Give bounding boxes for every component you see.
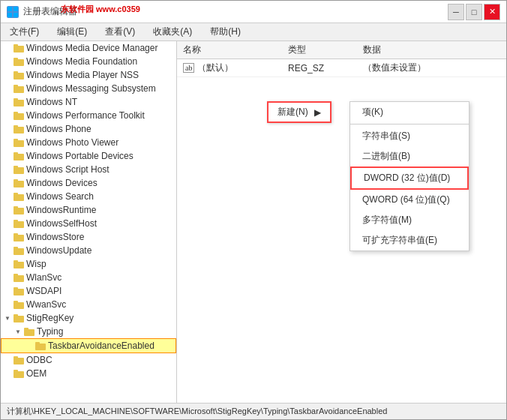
tree-item-label: Windows Search bbox=[26, 191, 94, 202]
svg-rect-3 bbox=[14, 13, 18, 17]
tree-item-label: Windows Performance Toolkit bbox=[26, 110, 145, 121]
tree-arrow-icon bbox=[4, 152, 11, 160]
svg-rect-23 bbox=[14, 166, 18, 168]
tree-item[interactable]: Wisp bbox=[1, 257, 176, 271]
tree-arrow-icon bbox=[4, 260, 11, 268]
submenu-item-string[interactable]: 字符串值(S) bbox=[350, 126, 469, 146]
tree-item[interactable]: Windows Phone bbox=[1, 122, 176, 136]
tree-arrow-icon bbox=[4, 287, 11, 295]
table-row[interactable]: ab （默认） REG_SZ （数值未设置） bbox=[177, 59, 506, 77]
menu-favorites[interactable]: 收藏夹(A) bbox=[147, 24, 198, 40]
folder-icon bbox=[14, 152, 24, 160]
menu-file[interactable]: 文件(F) bbox=[4, 24, 45, 40]
svg-rect-38 bbox=[14, 275, 24, 282]
tree-item[interactable]: OEM bbox=[1, 367, 176, 380]
value-icon: ab bbox=[183, 63, 194, 73]
tree-arrow-icon bbox=[4, 166, 11, 173]
svg-rect-7 bbox=[14, 58, 18, 60]
svg-rect-30 bbox=[14, 221, 24, 228]
tree-item-label: Windows NT bbox=[26, 97, 77, 107]
tree-item[interactable]: WindowsSelfHost bbox=[1, 217, 176, 230]
tree-item[interactable]: Windows Media Player NSS bbox=[1, 68, 176, 82]
svg-rect-40 bbox=[14, 289, 24, 296]
tree-arrow-icon bbox=[4, 247, 11, 254]
tree-item[interactable]: WlanSvc bbox=[1, 271, 176, 284]
tree-item[interactable]: WindowsStore bbox=[1, 230, 176, 244]
svg-rect-42 bbox=[14, 302, 24, 309]
svg-rect-6 bbox=[14, 59, 24, 66]
tree-arrow-icon bbox=[4, 370, 11, 377]
menu-view[interactable]: 查看(V) bbox=[99, 24, 141, 40]
menu-help[interactable]: 帮助(H) bbox=[204, 24, 247, 40]
tree-arrow-icon bbox=[4, 179, 11, 187]
tree-item-label: OEM bbox=[26, 368, 46, 379]
tree-item-label: TaskbarAvoidanceEnabled bbox=[48, 340, 154, 351]
svg-rect-47 bbox=[24, 328, 28, 330]
folder-icon bbox=[14, 165, 24, 174]
tree-item[interactable]: Windows Search bbox=[1, 190, 176, 203]
tree-item[interactable]: ODBC bbox=[1, 353, 176, 367]
tree-item-label: Windows Photo Viewer bbox=[26, 137, 118, 148]
tree-item[interactable]: Windows Messaging Subsystem bbox=[1, 82, 176, 95]
svg-rect-43 bbox=[14, 301, 18, 303]
svg-rect-17 bbox=[14, 125, 18, 128]
tree-arrow-icon: ▼ bbox=[4, 314, 11, 322]
tree-item-label: Windows Media Foundation bbox=[26, 56, 137, 67]
svg-rect-33 bbox=[14, 233, 18, 236]
svg-rect-18 bbox=[14, 140, 24, 147]
maximize-button[interactable]: □ bbox=[466, 4, 482, 20]
tree-item[interactable]: ▼Typing bbox=[1, 325, 176, 338]
svg-rect-35 bbox=[14, 247, 18, 249]
svg-rect-28 bbox=[14, 208, 24, 214]
new-submenu-button[interactable]: 新建(N) ▶ bbox=[267, 101, 332, 123]
tree-arrow-icon bbox=[4, 274, 11, 281]
tree-item[interactable]: TaskbarAvoidanceEnabled bbox=[1, 338, 176, 353]
tree-item[interactable]: WindowsRuntime bbox=[1, 203, 176, 217]
tree-item-label: Windows Messaging Subsystem bbox=[26, 83, 156, 94]
tree-item[interactable]: WindowsUpdate bbox=[1, 244, 176, 257]
col-type: 类型 bbox=[288, 44, 363, 56]
submenu-item-binary[interactable]: 二进制值(B) bbox=[350, 146, 469, 166]
submenu-item-key[interactable]: 项(K) bbox=[350, 102, 469, 122]
tree-arrow-icon bbox=[4, 233, 11, 241]
close-button[interactable]: ✕ bbox=[484, 4, 500, 20]
tree-item[interactable]: ▼StigRegKey bbox=[1, 311, 176, 325]
tree-item[interactable]: Windows NT bbox=[1, 95, 176, 109]
svg-rect-9 bbox=[14, 71, 18, 74]
tree-item[interactable]: WSDAPI bbox=[1, 284, 176, 298]
svg-rect-16 bbox=[14, 127, 24, 134]
submenu-item-expandstring[interactable]: 可扩充字符串值(E) bbox=[350, 230, 469, 250]
folder-icon bbox=[35, 341, 46, 350]
submenu-item-qword[interactable]: QWORD (64 位)值(Q) bbox=[350, 190, 469, 210]
tree-item-label: Windows Phone bbox=[26, 124, 92, 134]
submenu-item-dword[interactable]: DWORD (32 位)值(D) bbox=[350, 166, 469, 190]
svg-rect-37 bbox=[14, 260, 18, 262]
submenu-item-multistring[interactable]: 多字符值(M) bbox=[350, 210, 469, 230]
folder-icon bbox=[14, 314, 24, 322]
folder-icon bbox=[14, 84, 24, 93]
svg-rect-34 bbox=[14, 248, 24, 255]
tree-arrow-icon bbox=[4, 112, 11, 119]
tree-item[interactable]: Windows Media Foundation bbox=[1, 55, 176, 68]
tree-item[interactable]: Windows Portable Devices bbox=[1, 149, 176, 163]
tree-item[interactable]: Windows Script Host bbox=[1, 163, 176, 176]
tree-item[interactable]: Windows Media Device Manager bbox=[1, 41, 176, 55]
tree-item-label: WindowsUpdate bbox=[26, 245, 92, 256]
tree-item[interactable]: Windows Performance Toolkit bbox=[1, 109, 176, 122]
svg-rect-4 bbox=[14, 46, 24, 52]
svg-rect-52 bbox=[14, 371, 24, 378]
tree-arrow-icon bbox=[4, 193, 11, 200]
tree-item[interactable]: WwanSvc bbox=[1, 298, 176, 311]
main-area: Windows Media Device ManagerWindows Medi… bbox=[1, 41, 506, 403]
svg-rect-21 bbox=[14, 152, 18, 154]
tree-arrow-icon bbox=[4, 98, 11, 106]
svg-rect-22 bbox=[14, 167, 24, 174]
minimize-button[interactable]: ─ bbox=[448, 4, 464, 20]
svg-rect-25 bbox=[14, 179, 18, 182]
tree-arrow-icon bbox=[4, 58, 11, 65]
tree-item[interactable]: Windows Devices bbox=[1, 176, 176, 190]
tree-item-label: WwanSvc bbox=[26, 299, 66, 310]
tree-item[interactable]: Windows Photo Viewer bbox=[1, 136, 176, 149]
title-bar: 注册表编辑器 东软件园 www.c0359 ─ □ ✕ bbox=[1, 1, 506, 23]
menu-edit[interactable]: 编辑(E) bbox=[51, 24, 93, 40]
